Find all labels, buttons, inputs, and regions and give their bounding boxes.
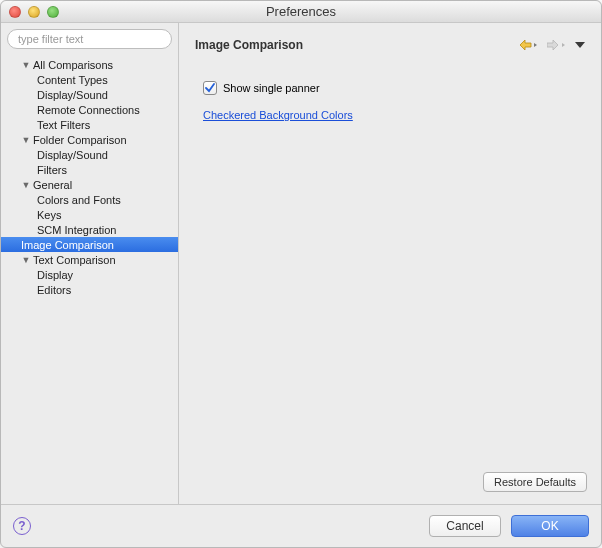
- minimize-icon[interactable]: [28, 6, 40, 18]
- tree-item-remote-connections[interactable]: Remote Connections: [1, 102, 178, 117]
- content-spacer: [195, 121, 589, 472]
- help-icon[interactable]: ?: [13, 517, 31, 535]
- tree-label: Text Filters: [37, 119, 90, 131]
- restore-defaults-button[interactable]: Restore Defaults: [483, 472, 587, 492]
- tree-item-tc-editors[interactable]: Editors: [1, 282, 178, 297]
- tree-item-display-sound[interactable]: Display/Sound: [1, 87, 178, 102]
- tree-label: Remote Connections: [37, 104, 140, 116]
- window-body: ▼ All Comparisons Content Types Display/…: [1, 23, 601, 547]
- tree-item-content-types[interactable]: Content Types: [1, 72, 178, 87]
- tree-label: Text Comparison: [33, 254, 116, 266]
- forward-icon[interactable]: [547, 39, 565, 51]
- traffic-lights: [1, 6, 59, 18]
- page-title: Image Comparison: [195, 38, 303, 52]
- tree-item-all-comparisons[interactable]: ▼ All Comparisons: [1, 57, 178, 72]
- tree-label: Display: [37, 269, 73, 281]
- tree-item-tc-display[interactable]: Display: [1, 267, 178, 282]
- tree-item-scm-integration[interactable]: SCM Integration: [1, 222, 178, 237]
- restore-row: Restore Defaults: [195, 472, 589, 494]
- preferences-tree: ▼ All Comparisons Content Types Display/…: [1, 55, 178, 504]
- main-split: ▼ All Comparisons Content Types Display/…: [1, 23, 601, 505]
- tree-label: Display/Sound: [37, 89, 108, 101]
- filter-input[interactable]: [7, 29, 172, 49]
- menu-chevron-icon[interactable]: [575, 41, 585, 49]
- tree-label: Editors: [37, 284, 71, 296]
- tree-item-image-comparison[interactable]: Image Comparison: [1, 237, 178, 252]
- nav-icons: [519, 39, 589, 51]
- content-pane: Image Comparison: [179, 23, 601, 504]
- tree-item-colors-fonts[interactable]: Colors and Fonts: [1, 192, 178, 207]
- checkered-background-colors-link[interactable]: Checkered Background Colors: [203, 109, 589, 121]
- sidebar: ▼ All Comparisons Content Types Display/…: [1, 23, 179, 504]
- back-icon[interactable]: [519, 39, 537, 51]
- tree-label: Content Types: [37, 74, 108, 86]
- tree-item-keys[interactable]: Keys: [1, 207, 178, 222]
- show-single-panner-label: Show single panner: [223, 82, 320, 94]
- disclosure-down-icon: ▼: [21, 180, 31, 190]
- tree-label: Display/Sound: [37, 149, 108, 161]
- close-icon[interactable]: [9, 6, 21, 18]
- window-title: Preferences: [1, 4, 601, 19]
- tree-label: Keys: [37, 209, 61, 221]
- tree-item-fc-display-sound[interactable]: Display/Sound: [1, 147, 178, 162]
- tree-item-text-filters[interactable]: Text Filters: [1, 117, 178, 132]
- tree-label: SCM Integration: [37, 224, 116, 236]
- show-single-panner-row: Show single panner: [203, 81, 589, 95]
- cancel-button[interactable]: Cancel: [429, 515, 501, 537]
- zoom-icon[interactable]: [47, 6, 59, 18]
- tree-label: Filters: [37, 164, 67, 176]
- show-single-panner-checkbox[interactable]: [203, 81, 217, 95]
- tree-label: General: [33, 179, 72, 191]
- disclosure-down-icon: ▼: [21, 135, 31, 145]
- disclosure-down-icon: ▼: [21, 255, 31, 265]
- filter-container: [7, 29, 172, 49]
- pane-header: Image Comparison: [195, 33, 589, 57]
- disclosure-down-icon: ▼: [21, 60, 31, 70]
- preferences-window: Preferences ▼ All Comparisons Content Ty…: [0, 0, 602, 548]
- titlebar: Preferences: [1, 1, 601, 23]
- tree-item-folder-comparison[interactable]: ▼ Folder Comparison: [1, 132, 178, 147]
- tree-label: Colors and Fonts: [37, 194, 121, 206]
- tree-label: All Comparisons: [33, 59, 113, 71]
- footer: ? Cancel OK: [1, 505, 601, 547]
- tree-item-text-comparison[interactable]: ▼ Text Comparison: [1, 252, 178, 267]
- ok-button[interactable]: OK: [511, 515, 589, 537]
- tree-item-general[interactable]: ▼ General: [1, 177, 178, 192]
- tree-label: Image Comparison: [21, 239, 114, 251]
- tree-item-fc-filters[interactable]: Filters: [1, 162, 178, 177]
- tree-label: Folder Comparison: [33, 134, 127, 146]
